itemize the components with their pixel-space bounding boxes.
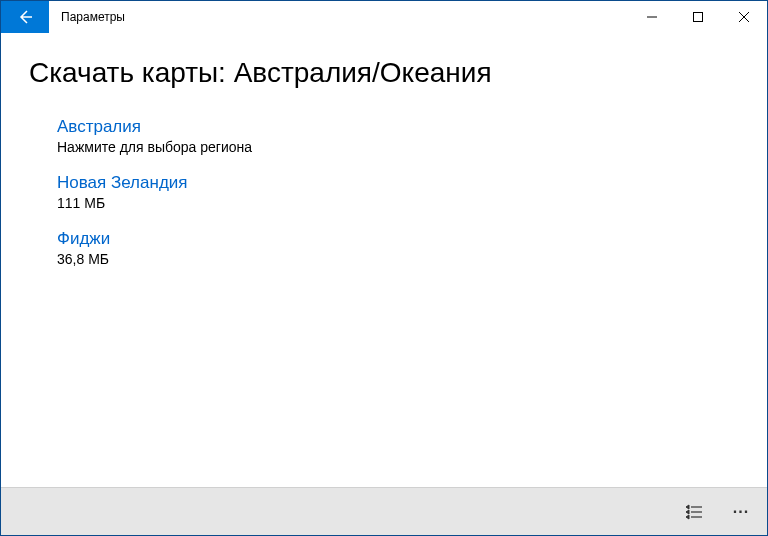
close-button[interactable] bbox=[721, 1, 767, 33]
maximize-icon bbox=[693, 12, 703, 22]
content-area: Скачать карты: Австралия/Океания Австрал… bbox=[1, 33, 767, 487]
back-button[interactable] bbox=[1, 1, 49, 33]
titlebar: Параметры bbox=[1, 1, 767, 33]
map-name: Австралия bbox=[57, 117, 739, 137]
map-item-australia[interactable]: Австралия Нажмите для выбора региона bbox=[57, 117, 739, 155]
map-item-new-zealand[interactable]: Новая Зеландия 111 МБ bbox=[57, 173, 739, 211]
map-subtext: Нажмите для выбора региона bbox=[57, 139, 739, 155]
ellipsis-icon: ··· bbox=[733, 503, 749, 521]
footer-bar: ··· bbox=[1, 487, 767, 535]
map-list: Австралия Нажмите для выбора региона Нов… bbox=[29, 117, 739, 267]
close-icon bbox=[739, 12, 749, 22]
arrow-left-icon bbox=[17, 9, 33, 25]
minimize-icon bbox=[647, 12, 657, 22]
list-view-button[interactable] bbox=[681, 498, 709, 526]
window-controls bbox=[629, 1, 767, 33]
svg-rect-0 bbox=[694, 13, 703, 22]
list-icon bbox=[686, 503, 704, 521]
page-title: Скачать карты: Австралия/Океания bbox=[29, 57, 739, 89]
minimize-button[interactable] bbox=[629, 1, 675, 33]
more-options-button[interactable]: ··· bbox=[727, 498, 755, 526]
window-title: Параметры bbox=[49, 1, 629, 33]
map-name: Новая Зеландия bbox=[57, 173, 739, 193]
map-name: Фиджи bbox=[57, 229, 739, 249]
map-subtext: 111 МБ bbox=[57, 195, 739, 211]
maximize-button[interactable] bbox=[675, 1, 721, 33]
map-subtext: 36,8 МБ bbox=[57, 251, 739, 267]
map-item-fiji[interactable]: Фиджи 36,8 МБ bbox=[57, 229, 739, 267]
